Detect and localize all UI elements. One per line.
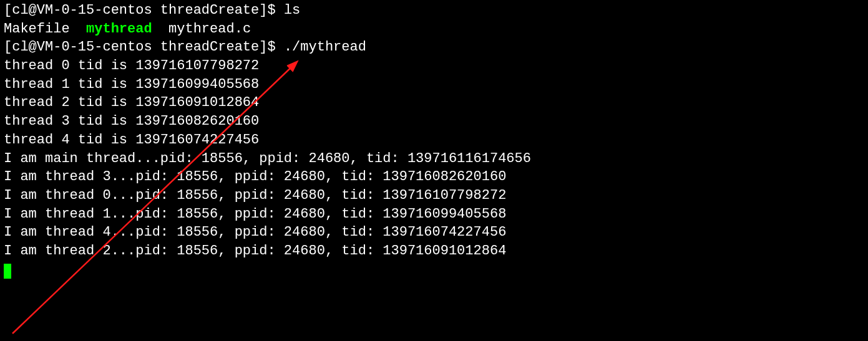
output-line: thread 4 tid is 139716074227456 <box>4 131 864 150</box>
output-line: I am thread 1...pid: 18556, ppid: 24680,… <box>4 205 864 224</box>
shell-prompt: [cl@VM-0-15-centos threadCreate]$ <box>4 2 284 18</box>
output-line: thread 3 tid is 139716082620160 <box>4 112 864 131</box>
ls-exec-mythread: mythread <box>86 21 152 37</box>
cursor-line[interactable] <box>4 261 864 279</box>
output-line: thread 1 tid is 139716099405568 <box>4 75 864 94</box>
ls-output-line: Makefile mythread mythread.c <box>4 20 864 39</box>
terminal-cursor[interactable] <box>4 264 11 279</box>
ls-file-makefile: Makefile <box>4 21 70 37</box>
output-line: I am thread 3...pid: 18556, ppid: 24680,… <box>4 168 864 186</box>
output-line: I am thread 4...pid: 18556, ppid: 24680,… <box>4 223 864 242</box>
output-line: I am main thread...pid: 18556, ppid: 246… <box>4 150 864 168</box>
output-line: thread 0 tid is 139716107798272 <box>4 57 864 75</box>
command-ls: ls <box>284 2 300 18</box>
command-run-mythread: ./mythread <box>284 39 366 55</box>
shell-prompt: [cl@VM-0-15-centos threadCreate]$ <box>4 39 284 55</box>
ls-file-mythread-c: mythread.c <box>168 21 251 37</box>
output-line: I am thread 0...pid: 18556, ppid: 24680,… <box>4 186 864 205</box>
prompt-line-2: [cl@VM-0-15-centos threadCreate]$ ./myth… <box>4 38 864 57</box>
output-line: I am thread 2...pid: 18556, ppid: 24680,… <box>4 242 864 261</box>
output-line: thread 2 tid is 139716091012864 <box>4 94 864 112</box>
prompt-line-1: [cl@VM-0-15-centos threadCreate]$ ls <box>4 1 864 20</box>
